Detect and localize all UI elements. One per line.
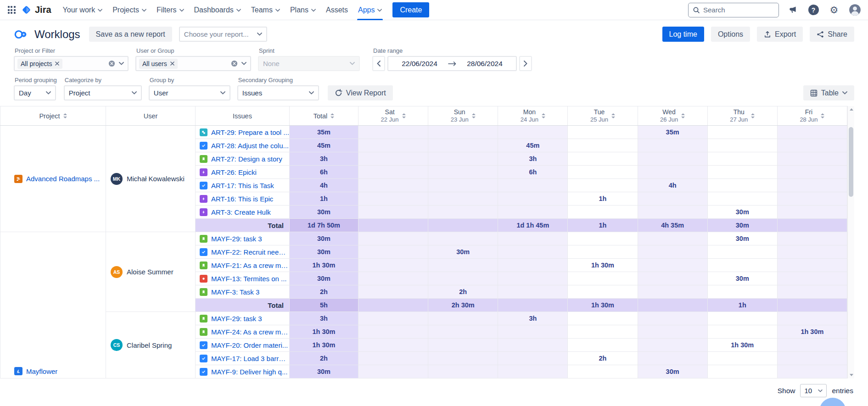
worklog-cell[interactable] — [498, 232, 568, 245]
worklog-cell[interactable] — [358, 139, 428, 152]
help-button[interactable]: ? — [806, 3, 820, 17]
chip-remove-icon[interactable] — [55, 61, 59, 66]
worklog-cell[interactable] — [428, 152, 498, 166]
worklog-cell[interactable] — [498, 352, 568, 365]
worklog-cell[interactable] — [707, 152, 777, 166]
date-from-input[interactable] — [397, 60, 442, 68]
worklog-cell[interactable] — [498, 126, 568, 139]
column-header-project[interactable]: Project — [0, 106, 106, 126]
worklog-cell[interactable]: 30m — [707, 232, 777, 245]
issue-link[interactable]: MAYF-24: As a crew me... — [211, 328, 289, 336]
worklog-cell[interactable]: 30m — [707, 272, 777, 285]
worklog-cell[interactable] — [358, 339, 428, 352]
worklog-cell[interactable] — [707, 259, 777, 272]
worklog-cell[interactable] — [428, 339, 498, 352]
worklog-cell[interactable] — [707, 126, 777, 139]
worklog-cell[interactable] — [777, 339, 847, 352]
day-header-wed[interactable]: Wed26 Jun — [638, 106, 707, 126]
worklog-cell[interactable]: 3h — [498, 152, 568, 166]
clear-filter-icon[interactable] — [231, 60, 238, 67]
worklog-cell[interactable] — [358, 179, 428, 192]
worklog-cell[interactable] — [777, 206, 847, 219]
worklog-cell[interactable] — [428, 365, 498, 378]
issue-link[interactable]: ART-16: This is Epic — [211, 195, 273, 203]
worklog-cell[interactable] — [428, 352, 498, 365]
chevron-down-icon[interactable] — [119, 62, 124, 65]
global-search[interactable] — [688, 3, 779, 17]
worklog-cell[interactable] — [638, 272, 707, 285]
create-button[interactable]: Create — [392, 2, 429, 17]
issue-link[interactable]: MAYF-3: Task 3 — [211, 288, 259, 296]
scroll-up-arrow[interactable] — [848, 106, 854, 113]
worklog-cell[interactable] — [428, 219, 498, 232]
worklog-cell[interactable] — [568, 272, 638, 285]
issue-link[interactable]: MAYF-21: As a crew me... — [211, 261, 289, 269]
worklog-cell[interactable] — [568, 365, 638, 378]
worklog-cell[interactable] — [777, 312, 847, 325]
worklog-cell[interactable] — [498, 245, 568, 259]
worklog-cell[interactable] — [638, 232, 707, 245]
worklog-cell[interactable] — [777, 365, 847, 378]
worklog-cell[interactable] — [358, 152, 428, 166]
secondary-grouping-select[interactable]: Issues — [237, 85, 319, 100]
scroll-down-arrow[interactable] — [848, 372, 854, 378]
user-filter-select[interactable]: All users — [135, 56, 251, 71]
worklog-cell[interactable] — [428, 206, 498, 219]
nav-item-dashboards[interactable]: Dashboards — [189, 0, 246, 20]
worklog-cell[interactable] — [358, 206, 428, 219]
worklog-cell[interactable] — [428, 259, 498, 272]
day-header-sun[interactable]: Sun23 Jun — [428, 106, 498, 126]
issue-link[interactable]: ART-3: Create Hulk — [211, 208, 271, 216]
worklog-cell[interactable] — [638, 245, 707, 259]
worklog-cell[interactable] — [707, 139, 777, 152]
issue-link[interactable]: MAYF-17: Load 3 barrel... — [211, 355, 289, 362]
view-report-button[interactable]: View Report — [328, 85, 393, 100]
issue-link[interactable]: MAYF-20: Order materi... — [211, 341, 288, 349]
worklog-cell[interactable]: 6h — [498, 166, 568, 179]
worklog-cell[interactable]: 30m — [707, 206, 777, 219]
issue-link[interactable]: ART-28: Adjust the colu... — [211, 142, 289, 150]
worklog-cell[interactable]: 30m — [707, 219, 777, 232]
worklog-cell[interactable] — [638, 206, 707, 219]
scrollbar-thumb[interactable] — [849, 127, 853, 197]
worklog-cell[interactable] — [638, 285, 707, 299]
worklog-cell[interactable] — [777, 285, 847, 299]
day-header-tue[interactable]: Tue25 Jun — [568, 106, 638, 126]
worklog-cell[interactable] — [707, 325, 777, 339]
worklog-cell[interactable] — [638, 299, 707, 312]
worklog-cell[interactable]: 1h 30m — [568, 259, 638, 272]
worklog-cell[interactable] — [568, 245, 638, 259]
announcements-button[interactable] — [786, 3, 800, 17]
worklog-cell[interactable]: 4h 35m — [638, 219, 707, 232]
worklog-cell[interactable] — [498, 259, 568, 272]
worklog-cell[interactable] — [358, 245, 428, 259]
worklog-cell[interactable] — [707, 285, 777, 299]
worklog-cell[interactable] — [707, 245, 777, 259]
day-header-mon[interactable]: Mon24 Jun — [498, 106, 568, 126]
worklog-cell[interactable] — [777, 245, 847, 259]
worklog-cell[interactable] — [498, 206, 568, 219]
worklog-cell[interactable] — [638, 139, 707, 152]
nav-item-apps[interactable]: Apps — [353, 0, 387, 20]
worklog-cell[interactable] — [358, 325, 428, 339]
date-to-input[interactable] — [462, 60, 508, 68]
issue-link[interactable]: MAYF-13: Termites on ... — [211, 275, 287, 283]
project-filter-select[interactable]: All projects — [14, 56, 129, 71]
worklog-cell[interactable] — [777, 299, 847, 312]
sprint-select[interactable]: None — [258, 56, 360, 71]
report-select[interactable]: Choose your report... — [179, 27, 267, 42]
project-link[interactable]: Advanced Roadmaps ... — [26, 175, 100, 183]
issue-link[interactable]: MAYF-9: Deliver high q... — [211, 368, 287, 376]
jira-logo[interactable]: Jira — [18, 5, 58, 15]
worklog-cell[interactable] — [358, 365, 428, 378]
worklog-cell[interactable] — [358, 312, 428, 325]
chevron-down-icon[interactable] — [241, 62, 246, 65]
worklog-cell[interactable] — [638, 325, 707, 339]
worklog-cell[interactable] — [568, 179, 638, 192]
worklog-cell[interactable] — [358, 352, 428, 365]
worklog-cell[interactable] — [498, 365, 568, 378]
worklog-cell[interactable]: 1d 1h 45m — [498, 219, 568, 232]
worklog-cell[interactable] — [568, 285, 638, 299]
issue-link[interactable]: ART-27: Design a story — [211, 155, 282, 163]
worklog-cell[interactable] — [498, 192, 568, 206]
